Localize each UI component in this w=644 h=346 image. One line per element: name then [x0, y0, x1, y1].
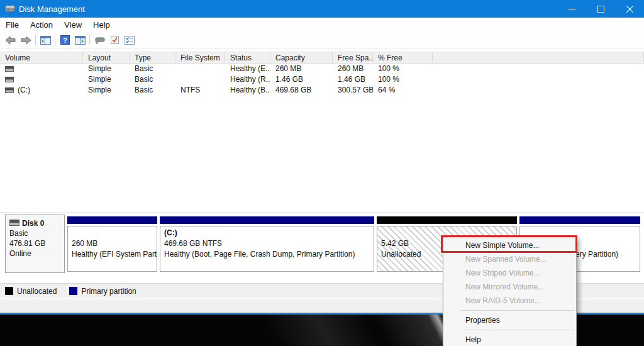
toolbar-separator	[55, 35, 55, 45]
menu-file[interactable]: File	[0, 18, 25, 31]
column-header-status[interactable]: Status	[225, 52, 270, 62]
menu-item-new-mirrored-volume: New Mirrored Volume...	[443, 280, 576, 294]
column-header-empty	[433, 52, 644, 62]
disk-capacity: 476.81 GB	[9, 238, 64, 248]
menu-item-new-raid5-volume: New RAID-5 Volume...	[443, 294, 576, 308]
column-header-file-system[interactable]: File System	[175, 52, 225, 62]
disk-name: Disk 0	[22, 218, 44, 228]
menu-view[interactable]: View	[58, 18, 87, 31]
menu-action[interactable]: Action	[25, 18, 58, 31]
menu-item-help[interactable]: Help	[443, 333, 576, 346]
volume-icon	[5, 87, 14, 93]
partition-color-bar	[519, 216, 640, 224]
volume-row-c[interactable]: (C:) Simple Basic NTFS Healthy (B... 469…	[0, 84, 644, 95]
menu-separator	[461, 330, 575, 330]
primary-partition-swatch	[69, 287, 77, 295]
partition-efi[interactable]: 260 MB Healthy (EFI System Parti	[67, 216, 157, 273]
disk-icon	[9, 218, 19, 228]
show-action-pane-icon	[75, 36, 86, 45]
volume-list: Volume Layout Type File System Status Ca…	[0, 49, 644, 212]
drive-tool-icon	[94, 36, 105, 45]
window-title: Disk Management	[19, 4, 85, 14]
show-action-pane-button[interactable]	[72, 33, 87, 47]
drive-tool-button[interactable]	[92, 33, 107, 47]
column-header-volume[interactable]: Volume	[0, 52, 83, 62]
volume-row-efi[interactable]: Simple Basic Healthy (E... 260 MB 260 MB…	[0, 63, 644, 74]
forward-button[interactable]	[18, 33, 33, 47]
annotation-highlight	[441, 235, 577, 253]
tasklist-icon	[125, 36, 135, 45]
disk-status: Online	[9, 248, 64, 259]
checkmark-icon	[110, 35, 119, 45]
maximize-button[interactable]	[586, 0, 615, 18]
help-icon: ?	[60, 35, 70, 45]
toolbar: ?	[0, 32, 644, 48]
unallocated-swatch	[5, 287, 13, 295]
show-console-tree-button[interactable]	[38, 33, 53, 47]
column-header-capacity[interactable]: Capacity	[270, 52, 333, 62]
volume-icon	[5, 66, 14, 72]
back-icon	[5, 36, 16, 45]
partition-color-bar	[160, 216, 374, 224]
volume-icon	[5, 77, 14, 82]
close-icon	[626, 6, 633, 13]
disk0-header[interactable]: Disk 0 Basic 476.81 GB Online	[5, 215, 65, 273]
menu-separator	[461, 310, 575, 311]
disk-management-app-icon	[5, 4, 15, 13]
title-bar[interactable]: Disk Management	[0, 0, 644, 18]
svg-text:?: ?	[63, 36, 67, 44]
partition-c[interactable]: (C:) 469.68 GB NTFS Healthy (Boot, Page …	[160, 216, 374, 273]
close-button[interactable]	[615, 0, 644, 18]
checkmark-button[interactable]	[107, 33, 122, 47]
partition-color-bar	[67, 216, 157, 224]
minimize-button[interactable]	[557, 0, 586, 18]
forward-icon	[20, 36, 31, 45]
menu-item-properties[interactable]: Properties	[443, 313, 576, 327]
volume-table-header: Volume Layout Type File System Status Ca…	[0, 52, 644, 64]
toolbar-separator	[35, 35, 36, 45]
column-header-pct-free[interactable]: % Free	[373, 52, 433, 62]
menu-bar: File Action View Help	[0, 18, 644, 32]
show-console-tree-icon	[40, 36, 51, 45]
context-menu: New Simple Volume... New Spanned Volume.…	[443, 237, 577, 346]
legend-item-primary: Primary partition	[69, 287, 136, 296]
column-header-free-space[interactable]: Free Spa...	[333, 52, 373, 62]
volume-row-recovery[interactable]: Simple Basic Healthy (R... 1.46 GB 1.46 …	[0, 74, 644, 84]
maximize-icon	[597, 6, 604, 13]
menu-help[interactable]: Help	[87, 18, 116, 31]
toolbar-separator	[89, 35, 90, 45]
legend-item-unallocated: Unallocated	[5, 287, 57, 296]
disk-type: Basic	[9, 228, 64, 238]
partition-color-bar	[377, 216, 517, 224]
help-button[interactable]: ?	[57, 33, 72, 47]
screen: Disk Management File Action View Help	[0, 0, 644, 346]
column-header-type[interactable]: Type	[130, 52, 175, 62]
menu-item-new-spanned-volume: New Spanned Volume...	[443, 252, 576, 266]
back-button[interactable]	[3, 33, 18, 47]
column-header-layout[interactable]: Layout	[83, 52, 130, 62]
tasklist-button[interactable]	[122, 33, 137, 47]
menu-item-new-striped-volume: New Striped Volume...	[443, 266, 576, 280]
minimize-icon	[569, 6, 575, 13]
